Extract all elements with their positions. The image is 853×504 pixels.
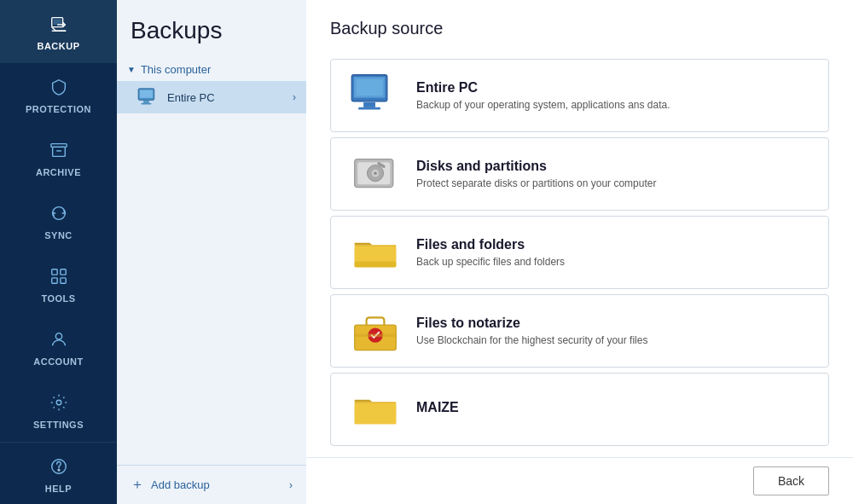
- svg-rect-35: [355, 403, 397, 424]
- sidebar-label-tools: TOOLS: [41, 293, 75, 304]
- maize-text: MAIZE: [416, 400, 459, 419]
- sidebar: BACKUP PROTECTION ARCHIVE: [0, 0, 117, 504]
- sidebar-label-settings: SETTINGS: [33, 420, 84, 430]
- svg-rect-16: [140, 90, 153, 98]
- notarize-title: Files to notarize: [416, 316, 647, 331]
- sidebar-item-account[interactable]: ACCOUNT: [0, 316, 117, 379]
- svg-rect-7: [51, 269, 56, 275]
- sidebar-item-settings[interactable]: SETTINGS: [0, 379, 117, 442]
- sidebar-item-backup[interactable]: BACKUP: [0, 0, 117, 63]
- svg-rect-1: [53, 20, 61, 25]
- maize-title: MAIZE: [416, 400, 459, 415]
- archive-icon: [47, 138, 71, 162]
- svg-rect-17: [143, 101, 149, 103]
- main-footer: Back: [306, 457, 853, 504]
- tools-icon: [47, 264, 71, 288]
- svg-rect-9: [51, 278, 56, 283]
- files-folders-text: Files and folders Back up specific files…: [416, 237, 565, 268]
- svg-rect-23: [356, 79, 382, 96]
- sidebar-item-help[interactable]: HELP: [0, 442, 117, 504]
- account-icon: [47, 327, 71, 351]
- svg-rect-10: [60, 278, 65, 283]
- disks-text: Disks and partitions Protect separate di…: [416, 159, 656, 189]
- source-card-disks[interactable]: Disks and partitions Protect separate di…: [330, 137, 829, 211]
- pc-small-icon: [136, 88, 160, 107]
- svg-rect-5: [52, 147, 65, 156]
- svg-point-14: [58, 469, 59, 470]
- source-card-notarize[interactable]: Files to notarize Use Blockchain for the…: [330, 294, 829, 368]
- sidebar-label-sync: SYNC: [44, 230, 73, 240]
- svg-rect-21: [363, 102, 375, 107]
- entire-pc-label: Entire PC: [167, 91, 215, 104]
- help-icon: [47, 455, 71, 478]
- collapse-arrow: ▼: [127, 65, 136, 74]
- add-backup-label: Add backup: [151, 478, 210, 491]
- notarize-text: Files to notarize Use Blockchain for the…: [416, 316, 647, 346]
- svg-point-28: [374, 171, 376, 174]
- sidebar-item-protection[interactable]: PROTECTION: [0, 63, 117, 126]
- this-computer-label[interactable]: ▼ This computer: [117, 58, 306, 81]
- svg-point-11: [55, 333, 61, 339]
- notarize-desc: Use Blockchain for the highest security …: [416, 334, 647, 346]
- main-content: Backup source Entire PC Backup of your o…: [306, 0, 853, 504]
- sidebar-item-tools[interactable]: TOOLS: [0, 252, 117, 316]
- sidebar-label-help: HELP: [45, 484, 72, 494]
- folder-icon: [348, 230, 403, 275]
- entire-pc-desc: Backup of your operating system, applica…: [416, 99, 670, 111]
- source-list: Entire PC Backup of your operating syste…: [306, 52, 853, 457]
- protection-icon: [47, 75, 71, 99]
- files-folders-title: Files and folders: [416, 237, 565, 252]
- svg-rect-31: [355, 261, 397, 267]
- entire-pc-title: Entire PC: [416, 80, 670, 96]
- sidebar-item-sync[interactable]: SYNC: [0, 189, 117, 252]
- entire-pc-item[interactable]: Entire PC ›: [117, 81, 306, 113]
- item-chevron: ›: [293, 91, 296, 103]
- settings-icon: [47, 391, 71, 414]
- sync-icon: [47, 201, 71, 225]
- briefcase-icon: [348, 309, 403, 353]
- entire-pc-icon: [348, 73, 403, 118]
- source-card-maize[interactable]: MAIZE: [330, 373, 829, 446]
- backup-icon: [47, 12, 71, 36]
- plus-icon: ＋: [131, 476, 144, 494]
- files-folders-desc: Back up specific files and folders: [416, 256, 565, 268]
- svg-rect-18: [142, 103, 152, 105]
- add-backup-row[interactable]: ＋ Add backup ›: [117, 465, 306, 504]
- folder2-icon: [348, 387, 403, 432]
- main-header: Backup source: [306, 0, 853, 52]
- middle-panel: Backups ▼ This computer Entire PC › ＋ Ad…: [117, 0, 306, 504]
- source-card-files-folders[interactable]: Files and folders Back up specific files…: [330, 216, 829, 289]
- add-backup-chevron: ›: [289, 479, 293, 491]
- sidebar-label-protection: PROTECTION: [26, 104, 91, 114]
- disks-title: Disks and partitions: [416, 159, 656, 174]
- svg-point-12: [56, 400, 61, 405]
- sidebar-label-archive: ARCHIVE: [36, 167, 81, 177]
- svg-rect-34: [355, 333, 397, 336]
- sidebar-label-account: ACCOUNT: [33, 356, 84, 367]
- entire-pc-text: Entire PC Backup of your operating syste…: [416, 80, 670, 111]
- sidebar-item-archive[interactable]: ARCHIVE: [0, 126, 117, 189]
- sidebar-label-backup: BACKUP: [37, 41, 79, 51]
- disks-desc: Protect separate disks or partitions on …: [416, 177, 656, 189]
- panel-title: Backups: [117, 0, 306, 58]
- svg-rect-22: [358, 107, 380, 110]
- section-label-text: This computer: [141, 63, 211, 76]
- back-button[interactable]: Back: [753, 466, 829, 495]
- source-card-entire-pc[interactable]: Entire PC Backup of your operating syste…: [330, 59, 829, 132]
- disk-icon: [348, 152, 403, 196]
- svg-rect-8: [60, 269, 65, 275]
